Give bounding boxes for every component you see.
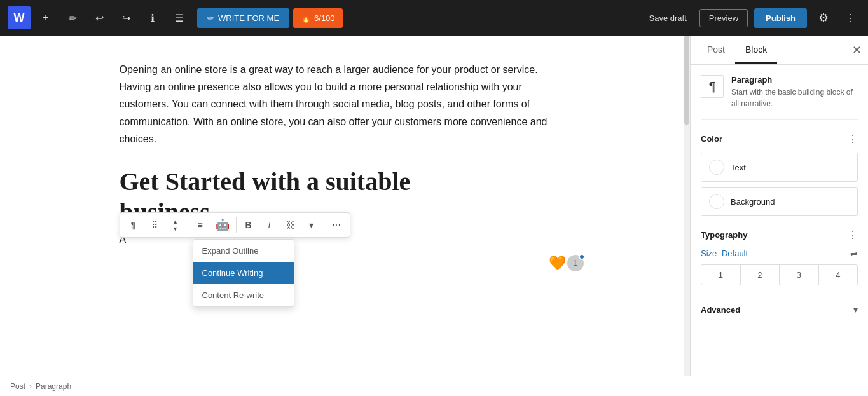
size-label: Size Default ⇌ [701, 249, 858, 258]
size-controls-button[interactable]: ⇌ [850, 249, 858, 259]
drag-handle-button[interactable]: ⠿ [144, 215, 165, 235]
block-info: ¶ Paragraph Start with the basic buildin… [701, 75, 858, 120]
list-view-button[interactable]: ☰ [168, 6, 191, 29]
block-description: Start with the basic building block of a… [731, 86, 858, 109]
wordpress-logo[interactable]: W [8, 6, 31, 29]
size-option-4[interactable]: 4 [819, 265, 858, 285]
tab-post[interactable]: Post [697, 36, 735, 64]
text-color-option[interactable]: Text [701, 153, 858, 182]
block-info-text: Paragraph Start with the basic building … [731, 75, 858, 109]
save-draft-button[interactable]: Save draft [643, 10, 693, 27]
heart-icon: 🧡 [549, 255, 566, 271]
content-rewrite-option[interactable]: Content Re-write [193, 284, 294, 306]
undo-button[interactable]: ↩ [88, 6, 111, 29]
block-options-button[interactable]: ⋯ [326, 215, 347, 235]
ai-dropdown-menu: Expand Outline Continue Writing Content … [193, 239, 294, 307]
notification-badge[interactable]: 1 [567, 255, 584, 271]
advanced-chevron-icon: ▾ [853, 304, 858, 315]
info-button[interactable]: ℹ [141, 6, 164, 29]
more-rich-text-button[interactable]: ▾ [301, 215, 322, 235]
redo-button[interactable]: ↪ [114, 6, 137, 29]
size-option-3[interactable]: 3 [780, 265, 819, 285]
settings-button[interactable]: ⚙ [813, 7, 834, 29]
paragraph-block[interactable]: Opening an online store is a great way t… [120, 61, 565, 147]
top-toolbar: W + ✏ ↩ ↪ ℹ ☰ ✏ WRITE FOR ME 🔥 6/100 Sav… [0, 0, 868, 36]
top-bar-right: Save draft Preview Publish ⚙ ⋮ [643, 7, 860, 29]
ai-counter-button[interactable]: 🔥 6/100 [293, 8, 343, 28]
notification-dot [579, 254, 585, 260]
bold-button[interactable]: B [238, 215, 259, 235]
toolbar-divider-2 [236, 217, 237, 233]
block-toolbar: ¶ ⠿ ▲ ▼ ≡ 🤖 B I ⛓ ▾ [120, 212, 350, 238]
flame-icon: 🔥 [301, 13, 311, 23]
advanced-title: Advanced [701, 305, 740, 315]
breadcrumb-root[interactable]: Post [10, 382, 25, 391]
notification-count: 1 [573, 259, 577, 268]
color-section-title: Color [701, 134, 722, 144]
advanced-section: Advanced ▾ [701, 298, 858, 321]
paragraph-type-button[interactable]: ¶ [123, 215, 144, 235]
background-color-circle [709, 194, 724, 209]
write-for-me-button[interactable]: ✏ WRITE FOR ME [197, 8, 289, 28]
move-button[interactable]: ▲ ▼ [165, 215, 186, 235]
size-slider-row: 1 2 3 4 [701, 264, 858, 285]
breadcrumb-separator: › [29, 382, 32, 391]
link-button[interactable]: ⛓ [280, 215, 301, 235]
align-button[interactable]: ≡ [190, 215, 210, 235]
sidebar-content: ¶ Paragraph Start with the basic buildin… [691, 65, 868, 376]
more-options-button[interactable]: ⋮ [840, 8, 860, 28]
sidebar-tabs: Post Block ✕ [691, 36, 868, 65]
background-color-option[interactable]: Background [701, 187, 858, 216]
editor-scrollbar[interactable] [684, 36, 690, 376]
block-name: Paragraph [731, 75, 858, 85]
size-value: Default [722, 249, 748, 258]
text-color-label: Text [731, 163, 746, 172]
typography-section-title: Typography [701, 230, 747, 240]
ai-robot-button[interactable]: 🤖 [211, 215, 234, 235]
ai-counter-value: 6/100 [314, 13, 335, 23]
breadcrumb-current[interactable]: Paragraph [36, 382, 71, 391]
pencil-ai-icon: ✏ [207, 13, 214, 23]
editor-content: Opening an online store is a great way t… [81, 36, 603, 283]
size-option-2[interactable]: 2 [741, 265, 780, 285]
italic-button[interactable]: I [259, 215, 280, 235]
toolbar-divider-1 [188, 217, 188, 233]
right-sidebar: Post Block ✕ ¶ Paragraph Start with the … [690, 36, 868, 376]
ai-badges-area: 🧡 1 [549, 255, 584, 271]
add-block-button[interactable]: + [34, 6, 57, 29]
write-for-me-label: WRITE FOR ME [218, 13, 279, 23]
heading-text-main: Get Started with a suitable [120, 167, 411, 196]
main-area: Opening an online store is a great way t… [0, 36, 868, 376]
sidebar-close-button[interactable]: ✕ [852, 43, 862, 57]
size-label-text: Size [701, 249, 717, 258]
tools-button[interactable]: ✏ [61, 6, 84, 29]
typography-section-more-button[interactable]: ⋮ [848, 229, 858, 241]
continue-writing-option[interactable]: Continue Writing [193, 262, 294, 284]
bottom-bar: Post › Paragraph [0, 376, 868, 396]
editor-wrapper: Opening an online store is a great way t… [0, 36, 690, 376]
background-color-label: Background [731, 197, 775, 207]
size-option-1[interactable]: 1 [701, 265, 741, 285]
typography-section: Typography ⋮ Size Default ⇌ 1 2 3 4 [701, 229, 858, 285]
publish-button[interactable]: Publish [754, 8, 807, 28]
scrollbar-thumb[interactable] [684, 36, 689, 125]
paragraph-block-icon: ¶ [701, 75, 724, 98]
typography-section-header: Typography ⋮ [701, 229, 858, 241]
tab-block[interactable]: Block [735, 36, 777, 64]
text-color-circle [709, 160, 724, 175]
expand-outline-option[interactable]: Expand Outline [193, 240, 294, 262]
editor-area[interactable]: Opening an online store is a great way t… [0, 36, 684, 376]
color-section: Color ⋮ Text Background [701, 133, 858, 216]
color-section-header: Color ⋮ [701, 133, 858, 145]
preview-button[interactable]: Preview [699, 9, 748, 27]
advanced-header[interactable]: Advanced ▾ [701, 298, 858, 321]
toolbar-divider-3 [324, 217, 324, 233]
color-section-more-button[interactable]: ⋮ [848, 133, 858, 145]
